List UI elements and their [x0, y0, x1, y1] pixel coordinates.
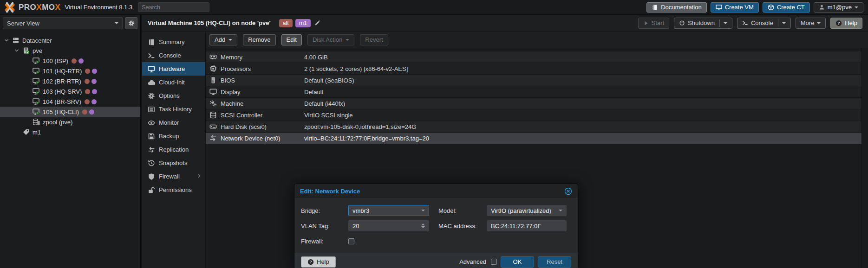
config-menu-item[interactable]: Options — [142, 89, 205, 102]
create-ct-label: Create CT — [777, 4, 805, 11]
hardware-row-value: Default — [304, 89, 323, 96]
hardware-row[interactable]: Network Device (net0) virtio=BC:24:11:72… — [206, 133, 862, 144]
create-ct-button[interactable]: Create CT — [763, 2, 810, 13]
vlan-tag-spinner[interactable]: 20 — [348, 220, 429, 231]
bios-icon — [209, 77, 217, 84]
tag-dots — [82, 109, 94, 115]
spinner-arrows-icon[interactable] — [421, 223, 425, 228]
ok-button[interactable]: OK — [501, 256, 534, 268]
hardware-row[interactable]: BIOS Default (SeaBIOS) — [206, 75, 862, 86]
hardware-row[interactable]: Display Default — [206, 86, 862, 98]
tag-dot — [92, 69, 97, 74]
config-menu-item[interactable]: Firewall — [142, 170, 205, 183]
question-icon — [307, 259, 314, 265]
tag-dots — [72, 58, 84, 64]
edit-tags-pencil-icon[interactable] — [314, 20, 320, 26]
chevron-down-icon[interactable] — [782, 22, 786, 24]
bridge-combo[interactable]: vmbr3 — [348, 205, 429, 216]
chevron-down-icon — [346, 39, 349, 41]
user-menu-button[interactable]: m1@pve — [814, 2, 863, 13]
vm-icon — [33, 77, 40, 85]
toolbar-button[interactable]: Revert — [360, 34, 388, 45]
tree-item[interactable]: pve — [0, 45, 140, 56]
menu-item-label: Task History — [159, 106, 192, 113]
config-menu-item[interactable]: Cloud-Init — [142, 76, 205, 89]
split-divider — [719, 19, 720, 27]
hardware-row-value: virtio=BC:24:11:72:77:0F,bridge=vmbr3,ta… — [304, 135, 429, 142]
dialog-header[interactable]: Edit: Network Device — [294, 184, 578, 198]
view-selector-combo[interactable]: Server View — [3, 17, 123, 29]
hardware-row-label: Memory — [221, 54, 304, 61]
reset-button[interactable]: Reset — [538, 256, 571, 268]
firewall-checkbox[interactable] — [348, 238, 354, 244]
hardware-row[interactable]: Hard Disk (scsi0) zpool:vm-105-disk-0,io… — [206, 121, 862, 133]
tree-item[interactable]: zpool (pve) — [0, 117, 140, 127]
scrollbar-track[interactable] — [861, 48, 868, 268]
advanced-checkbox[interactable] — [491, 259, 497, 265]
config-menu-item[interactable]: Task History — [142, 102, 205, 116]
chevron-down-icon — [115, 22, 118, 24]
expand-caret-icon[interactable] — [4, 38, 12, 43]
vm-icon — [33, 108, 40, 115]
config-menu-item[interactable]: Hardware — [142, 62, 205, 76]
vm-tag[interactable]: alt — [279, 19, 293, 27]
cogs-icon — [209, 100, 217, 107]
help-button[interactable]: Help — [830, 18, 862, 29]
hardware-row[interactable]: Memory 4.00 GiB — [206, 51, 862, 63]
tree-item-label: Datacenter — [22, 37, 52, 44]
config-menu-item[interactable]: Backup — [142, 129, 205, 143]
toolbar-button[interactable]: Add — [209, 34, 237, 45]
history-icon — [148, 160, 155, 167]
brand-letter: X — [55, 3, 61, 12]
dialog-help-button[interactable]: Help — [301, 256, 336, 268]
hardware-row-value: zpool:vm-105-disk-0,iothread=1,size=24G — [304, 123, 416, 130]
config-menu-item[interactable]: Summary — [142, 35, 205, 49]
config-menu-item[interactable]: Snapshots — [142, 156, 205, 170]
sidebar-settings-button[interactable] — [125, 17, 137, 29]
search-input[interactable] — [138, 2, 209, 12]
chevron-down-icon[interactable] — [724, 22, 727, 24]
config-menu-item[interactable]: Replication — [142, 143, 205, 156]
tree-item[interactable]: 100 (ISP) — [0, 56, 140, 66]
expand-caret-icon[interactable] — [14, 48, 22, 53]
more-button[interactable]: More — [796, 18, 826, 29]
config-menu-item[interactable]: Monitor — [142, 116, 205, 129]
tree-item[interactable]: 105 (HQ-CLI) — [0, 107, 140, 117]
menu-item-label: Permissions — [159, 186, 192, 193]
edit-network-device-dialog: Edit: Network Device Bridge: vmbr3 Model… — [294, 184, 578, 268]
console-split-button[interactable]: Console — [737, 18, 791, 29]
tree-item[interactable]: 102 (BR-RTR) — [0, 76, 140, 86]
advanced-label: Advanced — [459, 258, 486, 265]
bridge-value: vmbr3 — [352, 207, 369, 214]
close-icon[interactable] — [564, 187, 572, 195]
hardware-row-value: 2 (1 sockets, 2 cores) [x86-64-v2-AES] — [304, 65, 408, 72]
toolbar-button[interactable]: Disk Action — [307, 34, 354, 45]
hardware-row-value: 4.00 GiB — [304, 54, 328, 61]
tree-item[interactable]: 101 (HQ-RTR) — [0, 66, 140, 76]
chevron-down-icon[interactable] — [559, 210, 562, 211]
create-vm-button[interactable]: Create VM — [711, 2, 759, 13]
config-menu-item[interactable]: Permissions — [142, 183, 205, 197]
shutdown-split-button[interactable]: Shutdown — [674, 18, 732, 29]
config-menu-item[interactable]: Console — [142, 49, 205, 62]
tag-dot — [85, 99, 90, 104]
toolbar-button[interactable]: Edit — [281, 34, 302, 45]
tree-item-label: 103 (HQ-SRV) — [43, 88, 82, 95]
toolbar-button[interactable]: Remove — [243, 34, 275, 45]
model-combo[interactable]: VirtIO (paravirtualized) — [487, 205, 567, 216]
hardware-row[interactable]: Processors 2 (1 sockets, 2 cores) [x86-6… — [206, 63, 862, 75]
tag-dot — [82, 109, 87, 115]
vm-tag[interactable]: m1 — [295, 19, 311, 27]
firewall-label: Firewall: — [301, 238, 348, 245]
hardware-row[interactable]: SCSI Controller VirtIO SCSI single — [206, 109, 862, 121]
documentation-button[interactable]: Documentation — [646, 2, 706, 13]
tree-item[interactable]: Datacenter — [0, 35, 140, 45]
hardware-row[interactable]: Machine Default (i440fx) — [206, 98, 862, 109]
tree-item[interactable]: 104 (BR-SRV) — [0, 96, 140, 107]
tree-item[interactable]: m1 — [0, 127, 140, 137]
vlan-tag-label: VLAN Tag: — [301, 223, 348, 230]
tree-item[interactable]: 103 (HQ-SRV) — [0, 86, 140, 96]
chevron-down-icon[interactable] — [421, 210, 425, 211]
mac-address-field[interactable]: BC:24:11:72:77:0F — [487, 220, 567, 231]
start-button[interactable]: Start — [638, 18, 669, 29]
